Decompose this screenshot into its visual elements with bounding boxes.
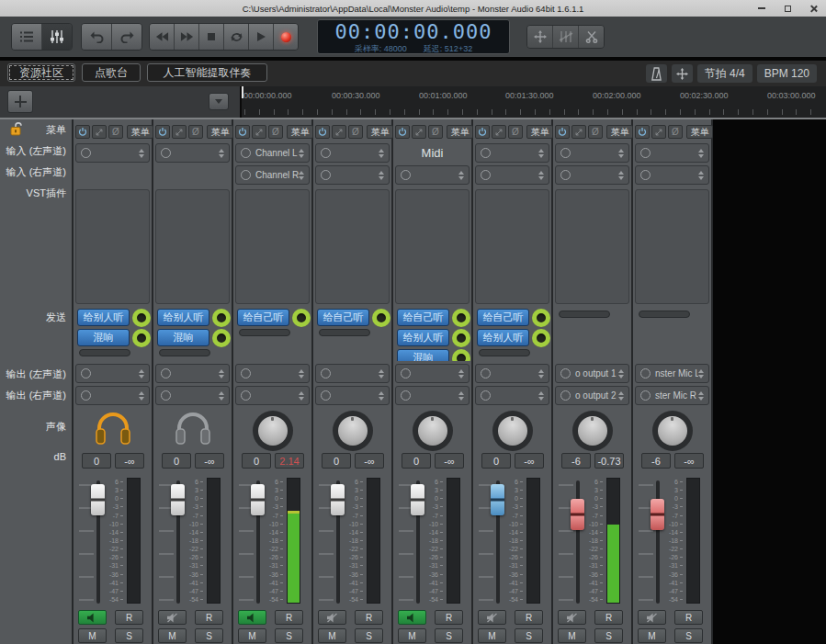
pan-knob[interactable] <box>652 411 693 451</box>
monitor-button[interactable] <box>638 610 666 625</box>
mute-button[interactable]: M <box>158 628 187 643</box>
solo-button[interactable]: S <box>674 628 703 643</box>
gain-value-box[interactable]: 0 <box>322 453 351 469</box>
fader-handle[interactable] <box>651 499 664 530</box>
monitor-button[interactable] <box>398 610 426 625</box>
lock-icon[interactable] <box>9 122 25 140</box>
record-arm-button[interactable]: R <box>674 610 703 625</box>
channel-phase-button[interactable]: Ø <box>428 125 443 139</box>
channel-phase-button[interactable]: Ø <box>268 125 283 139</box>
channel-expand-button[interactable] <box>172 125 187 139</box>
channel-menu-button[interactable]: 菜单 <box>207 125 233 139</box>
channel-expand-button[interactable] <box>571 125 586 139</box>
fader-handle[interactable] <box>91 484 105 515</box>
output-left-select[interactable] <box>75 364 150 383</box>
automation-tool-button[interactable] <box>553 26 579 48</box>
output-right-select[interactable]: ster Mic R <box>635 386 709 405</box>
channel-expand-button[interactable] <box>92 125 107 139</box>
channel-expand-button[interactable] <box>492 125 506 139</box>
record-arm-button[interactable]: R <box>515 610 543 625</box>
tab-resource-community[interactable]: 资源社区 <box>7 63 75 82</box>
gain-value-box[interactable]: 0 <box>402 453 431 469</box>
input-left-select[interactable] <box>75 143 150 163</box>
send-knob[interactable] <box>532 309 550 327</box>
send-knob[interactable] <box>452 329 470 347</box>
output-right-select[interactable]: o output 2 <box>555 386 629 405</box>
record-arm-button[interactable]: R <box>355 610 383 625</box>
send-button[interactable]: 给别人听 <box>77 309 130 326</box>
output-left-select[interactable]: nster Mic L <box>635 364 709 383</box>
channel-expand-button[interactable] <box>252 125 266 139</box>
input-left-select[interactable] <box>475 143 549 163</box>
output-left-select[interactable] <box>315 364 390 383</box>
channel-menu-button[interactable]: 菜单 <box>526 125 553 139</box>
monitor-button[interactable] <box>558 610 586 625</box>
send-knob[interactable] <box>292 309 311 327</box>
solo-button[interactable]: S <box>594 628 623 643</box>
vst-plugin-area[interactable] <box>395 189 470 304</box>
move-tool-button[interactable] <box>527 26 553 48</box>
send-level-bar[interactable] <box>79 349 130 356</box>
output-left-select[interactable] <box>395 364 470 383</box>
channel-expand-button[interactable] <box>332 125 346 139</box>
pan-knob[interactable] <box>253 411 293 451</box>
send-level-bar[interactable] <box>639 311 690 318</box>
pan-knob[interactable] <box>413 411 453 451</box>
channel-phase-button[interactable]: Ø <box>108 125 123 139</box>
send-level-bar[interactable] <box>239 329 290 336</box>
monitor-button[interactable] <box>238 610 266 625</box>
gain-value-box[interactable]: -6 <box>641 453 671 469</box>
record-arm-button[interactable]: R <box>435 610 463 625</box>
solo-button[interactable]: S <box>195 628 223 643</box>
input-right-select[interactable]: Channel R <box>235 165 310 185</box>
channel-power-button[interactable] <box>75 125 90 139</box>
send-button[interactable]: 混响 <box>397 349 449 361</box>
vst-plugin-area[interactable] <box>635 189 709 304</box>
mute-button[interactable]: M <box>78 628 107 643</box>
mute-button[interactable]: M <box>238 628 266 643</box>
output-right-select[interactable] <box>395 386 470 405</box>
send-button[interactable]: 混响 <box>157 329 209 346</box>
channel-expand-button[interactable] <box>412 125 426 139</box>
channel-phase-button[interactable]: Ø <box>348 125 363 139</box>
channel-power-button[interactable] <box>635 125 650 139</box>
send-button[interactable]: 混响 <box>77 329 130 346</box>
send-button[interactable]: 给自己听 <box>317 309 369 326</box>
solo-button[interactable]: S <box>115 628 143 643</box>
mute-button[interactable]: M <box>318 628 346 643</box>
output-right-select[interactable] <box>315 386 390 405</box>
output-left-select[interactable] <box>155 364 230 383</box>
pan-knob[interactable] <box>572 411 613 451</box>
input-right-select[interactable] <box>315 165 390 185</box>
output-right-select[interactable] <box>235 386 310 405</box>
tab-song-request[interactable]: 点歌台 <box>82 63 141 82</box>
send-knob[interactable] <box>372 309 390 327</box>
fader-handle[interactable] <box>411 484 424 515</box>
monitor-button[interactable] <box>158 610 187 625</box>
mixer-view-button[interactable] <box>42 24 72 50</box>
output-right-select[interactable] <box>155 386 230 405</box>
pan-knob[interactable] <box>333 411 373 451</box>
output-left-select[interactable] <box>235 364 310 383</box>
input-right-select[interactable] <box>555 165 629 185</box>
record-button[interactable] <box>274 24 298 50</box>
rewind-button[interactable] <box>150 24 175 50</box>
channel-power-button[interactable] <box>315 125 330 139</box>
fader-handle[interactable] <box>491 484 504 515</box>
send-level-bar[interactable] <box>319 329 370 336</box>
vst-plugin-area[interactable] <box>75 189 150 304</box>
mute-button[interactable]: M <box>638 628 666 643</box>
channel-menu-button[interactable]: 菜单 <box>367 125 393 139</box>
gain-value-box[interactable]: -6 <box>561 453 591 469</box>
solo-button[interactable]: S <box>435 628 463 643</box>
send-knob[interactable] <box>532 329 550 347</box>
mute-button[interactable]: M <box>398 628 426 643</box>
monitor-button[interactable] <box>478 610 506 625</box>
minimize-button[interactable] <box>756 3 767 14</box>
channel-phase-button[interactable]: Ø <box>588 125 603 139</box>
channel-menu-button[interactable]: 菜单 <box>447 125 473 139</box>
fader-handle[interactable] <box>251 484 265 515</box>
output-right-select[interactable] <box>75 386 150 405</box>
fader-handle[interactable] <box>571 499 584 530</box>
output-left-select[interactable] <box>475 364 549 383</box>
